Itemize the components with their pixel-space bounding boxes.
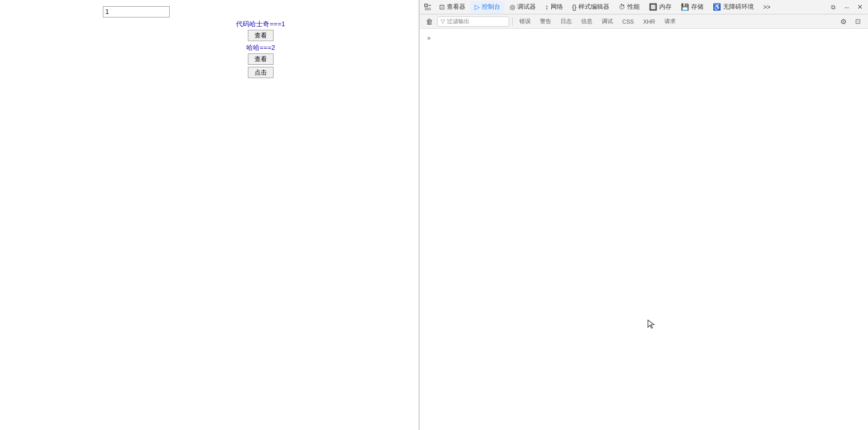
tab-accessibility[interactable]: ♿ 无障碍环境: [709, 1, 758, 13]
console-settings-btn[interactable]: ⚙: [837, 15, 849, 28]
view-button-1[interactable]: 查看: [248, 30, 274, 41]
filter-output-container: ▽ 过滤输出: [437, 16, 509, 27]
tab-style-editor[interactable]: {} 样式编辑器: [568, 1, 614, 13]
devtools-toolbar: ⊡ 查看器 ▷ 控制台 ◎ 调试器 ↕ 网络 {} 样式编辑器 ⏱ 性能 🔲 内…: [420, 0, 868, 14]
tab-console[interactable]: ▷ 控制台: [471, 1, 504, 13]
devtools-panel: ⊡ 查看器 ▷ 控制台 ◎ 调试器 ↕ 网络 {} 样式编辑器 ⏱ 性能 🔲 内…: [419, 0, 868, 430]
filter-info-btn[interactable]: 信息: [577, 16, 596, 27]
tab-performance[interactable]: ⏱ 性能: [614, 1, 644, 13]
view-button-2[interactable]: 查看: [248, 53, 274, 65]
filter-css-btn[interactable]: CSS: [619, 16, 638, 27]
trash-icon: 🗑: [426, 17, 433, 26]
style-label: 样式编辑器: [578, 3, 609, 11]
accessibility-label: 无障碍环境: [723, 3, 754, 11]
close-devtools-btn[interactable]: ✕: [854, 1, 866, 13]
style-icon: {}: [572, 3, 577, 11]
memory-label: 内存: [659, 3, 672, 11]
dock-icon: ⧉: [831, 4, 836, 11]
filter-error-btn[interactable]: 错误: [516, 16, 534, 27]
svg-rect-0: [425, 4, 427, 7]
browser-page: 代码哈士奇===1 查看 哈哈===2 查看 点击: [0, 0, 419, 430]
network-icon: ↕: [545, 3, 549, 11]
dock-toggle-btn[interactable]: ⧉: [827, 1, 839, 13]
cursor-icon: [647, 319, 655, 329]
tab-inspector[interactable]: ⊡ 查看器: [435, 1, 469, 13]
sidebar-toggle-icon: ⊡: [855, 17, 861, 25]
tab-network[interactable]: ↕ 网络: [541, 1, 567, 13]
filter-icon: ▽: [441, 18, 445, 25]
storage-label: 存储: [691, 3, 703, 11]
filter-requests-btn[interactable]: 请求: [661, 16, 679, 27]
tab-storage[interactable]: 💾 存储: [677, 1, 708, 13]
more-options-icon: ···: [844, 3, 849, 11]
text-line-2: 哈哈===2: [103, 43, 419, 52]
debugger-label: 调试器: [517, 3, 536, 11]
filter-warn-btn[interactable]: 警告: [536, 16, 555, 27]
network-label: 网络: [551, 3, 563, 11]
filter-log-btn[interactable]: 日志: [557, 16, 575, 27]
tab-debugger[interactable]: ◎ 调试器: [505, 1, 540, 13]
perf-label: 性能: [627, 3, 640, 11]
console-icon: ▷: [475, 3, 480, 11]
inspect-tool-btn[interactable]: [422, 1, 434, 13]
inspector-icon: ⊡: [439, 3, 445, 11]
accessibility-icon: ♿: [713, 3, 721, 11]
expand-icon: »: [427, 34, 431, 42]
settings-icon: ⚙: [840, 17, 847, 26]
inspector-label: 查看器: [447, 3, 465, 11]
filter-xhr-btn[interactable]: XHR: [640, 16, 659, 27]
clear-console-btn[interactable]: 🗑: [424, 16, 435, 27]
console-content: »: [420, 29, 868, 430]
tab-more[interactable]: >>: [759, 1, 774, 13]
close-icon: ✕: [857, 3, 863, 11]
expand-sidebar-btn[interactable]: »: [424, 33, 434, 43]
storage-icon: 💾: [681, 3, 689, 11]
click-button[interactable]: 点击: [248, 67, 274, 78]
filter-debug-btn[interactable]: 调试: [598, 16, 617, 27]
filter-placeholder-text: 过滤输出: [447, 17, 469, 25]
more-options-btn[interactable]: ···: [840, 1, 853, 13]
separator-1: [512, 17, 513, 26]
tab-memory[interactable]: 🔲 内存: [645, 1, 676, 13]
perf-icon: ⏱: [619, 3, 625, 11]
page-input[interactable]: [103, 6, 170, 17]
text-line-1: 代码哈士奇===1: [103, 20, 419, 29]
console-label: 控制台: [482, 3, 500, 11]
more-tabs-label: >>: [763, 4, 770, 11]
cursor-position: [647, 319, 655, 331]
debugger-icon: ◎: [510, 3, 515, 11]
toolbar-right-icons: ⧉ ··· ✕: [827, 1, 866, 13]
sidebar-toggle-btn[interactable]: ⊡: [852, 15, 864, 28]
console-toolbar: 🗑 ▽ 过滤输出 错误 警告 日志 信息 调试 CSS XHR 请求 ⚙ ⊡: [420, 14, 868, 29]
memory-icon: 🔲: [649, 3, 657, 11]
